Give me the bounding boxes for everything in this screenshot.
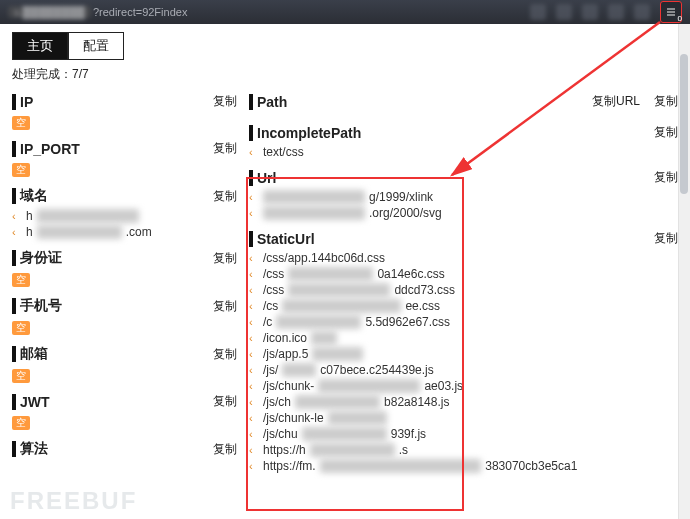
chevron-left-icon: ‹ <box>249 207 259 219</box>
list-item[interactable]: ‹h██████████.com <box>12 225 237 239</box>
value-obscured: ██████████ <box>295 395 380 409</box>
section-title-text: StaticUrl <box>257 231 315 247</box>
progress-label: 处理完成： <box>12 67 72 81</box>
copy-button[interactable]: 复制 <box>213 93 237 110</box>
list-item[interactable]: ‹/js/ch██████████b82a8148.js <box>249 395 678 409</box>
toolbar-icon[interactable] <box>634 4 650 20</box>
toolbar-icon[interactable] <box>608 4 624 20</box>
value-obscured: ██████████ <box>37 225 122 239</box>
value-text: /icon.ico <box>263 331 307 345</box>
value-obscured: ███████ <box>328 411 388 425</box>
toolbar-icon[interactable] <box>530 4 546 20</box>
section-header: IP_PORT复制 <box>12 140 237 157</box>
section-header: Path复制URL复制 <box>249 93 678 110</box>
value-text: /js/ <box>263 363 278 377</box>
list-item[interactable]: ‹/css/app.144bc06d.css <box>249 251 678 265</box>
panel: 主页 配置 处理完成：7/7 IP复制空IP_PORT复制空域名复制‹h████… <box>0 24 690 519</box>
section-title-text: 手机号 <box>20 297 62 315</box>
tab-config[interactable]: 配置 <box>68 32 124 60</box>
list-item[interactable]: ‹https://fm.███████████████████383070cb3… <box>249 459 678 473</box>
section-title: IP <box>12 94 33 110</box>
empty-badge: 空 <box>12 416 30 430</box>
value-obscured: ████████████ <box>37 209 139 223</box>
section-header: 邮箱复制 <box>12 345 237 363</box>
title-bar-icon <box>12 298 16 314</box>
scrollbar-track[interactable] <box>678 24 690 519</box>
copy-button[interactable]: 复制 <box>654 169 678 186</box>
chevron-left-icon: ‹ <box>249 191 259 203</box>
copy-button[interactable]: 复制 <box>213 250 237 267</box>
value-text: https://h <box>263 443 306 457</box>
copy-button[interactable]: 复制 <box>213 188 237 205</box>
copy-group: 复制 <box>213 346 237 363</box>
value-obscured: ████████████ <box>288 283 390 297</box>
section-title: 身份证 <box>12 249 62 267</box>
value-obscured: ██████████ <box>276 315 361 329</box>
copy-url-button[interactable]: 复制URL <box>592 93 640 110</box>
section: 邮箱复制空 <box>12 345 237 383</box>
empty-badge: 空 <box>12 116 30 130</box>
value-text: ae03.js <box>424 379 463 393</box>
value-obscured: ██████████ <box>310 443 395 457</box>
chevron-left-icon: ‹ <box>249 252 259 264</box>
scrollbar-thumb[interactable] <box>680 54 688 194</box>
section-header: IP复制 <box>12 93 237 110</box>
chevron-left-icon: ‹ <box>249 146 259 158</box>
copy-button[interactable]: 复制 <box>213 393 237 410</box>
tab-home[interactable]: 主页 <box>12 32 68 60</box>
section-header: 手机号复制 <box>12 297 237 315</box>
title-bar-icon <box>249 94 253 110</box>
title-bar-icon <box>12 188 16 204</box>
copy-button[interactable]: 复制 <box>654 124 678 141</box>
list-item[interactable]: ‹/icon.ico███ <box>249 331 678 345</box>
list-item[interactable]: ‹/cs██████████████ee.css <box>249 299 678 313</box>
value-obscured: ██████████ <box>302 427 387 441</box>
copy-group: 复制 <box>213 140 237 157</box>
list-item[interactable]: ‹h████████████ <box>12 209 237 223</box>
title-bar-icon <box>249 125 253 141</box>
copy-button[interactable]: 复制 <box>213 298 237 315</box>
list-item[interactable]: ‹████████████g/1999/xlink <box>249 190 678 204</box>
list-item[interactable]: ‹https://h██████████.s <box>249 443 678 457</box>
tabs: 主页 配置 <box>12 32 678 60</box>
value-text: .org/2000/svg <box>369 206 442 220</box>
value-text: .com <box>126 225 152 239</box>
copy-button[interactable]: 复制 <box>213 140 237 157</box>
section: 算法复制 <box>12 440 237 462</box>
chevron-left-icon: ‹ <box>249 284 259 296</box>
list-item[interactable]: ‹████████████.org/2000/svg <box>249 206 678 220</box>
value-text: /css/app.144bc06d.css <box>263 251 385 265</box>
section: 身份证复制空 <box>12 249 237 287</box>
list-item[interactable]: ‹/js/████c07bece.c254439e.js <box>249 363 678 377</box>
section-header: 域名复制 <box>12 187 237 205</box>
section-title: IncompletePath <box>249 125 361 141</box>
empty-badge: 空 <box>12 321 30 335</box>
section-title: IP_PORT <box>12 141 80 157</box>
value-obscured: ████████████ <box>263 206 365 220</box>
list-item[interactable]: ‹/c██████████5.5d962e67.css <box>249 315 678 329</box>
section: 手机号复制空 <box>12 297 237 335</box>
value-obscured: ████ <box>282 363 316 377</box>
list-item[interactable]: ‹/css██████████0a14e6c.css <box>249 267 678 281</box>
copy-group: 复制 <box>213 250 237 267</box>
list-item[interactable]: ‹text/css <box>249 145 678 159</box>
copy-button[interactable]: 复制 <box>654 93 678 110</box>
value-text: ddcd73.css <box>394 283 455 297</box>
value-text: /js/chunk- <box>263 379 314 393</box>
extension-badge: 0 <box>678 14 682 23</box>
copy-group: 复制URL复制 <box>592 93 678 110</box>
toolbar-icon[interactable] <box>582 4 598 20</box>
list-item[interactable]: ‹/js/app.5██████ <box>249 347 678 361</box>
section-title-text: 域名 <box>20 187 48 205</box>
copy-button[interactable]: 复制 <box>213 346 237 363</box>
section-header: JWT复制 <box>12 393 237 410</box>
list-item[interactable]: ‹/js/chunk-le███████ <box>249 411 678 425</box>
copy-button[interactable]: 复制 <box>654 230 678 247</box>
list-item[interactable]: ‹/js/chu██████████939f.js <box>249 427 678 441</box>
toolbar-icon[interactable] <box>556 4 572 20</box>
list-item[interactable]: ‹/js/chunk-████████████ae03.js <box>249 379 678 393</box>
extension-icon[interactable]: 0 <box>660 1 682 23</box>
list-item[interactable]: ‹/css████████████ddcd73.css <box>249 283 678 297</box>
chevron-left-icon: ‹ <box>249 316 259 328</box>
copy-button[interactable]: 复制 <box>213 441 237 458</box>
